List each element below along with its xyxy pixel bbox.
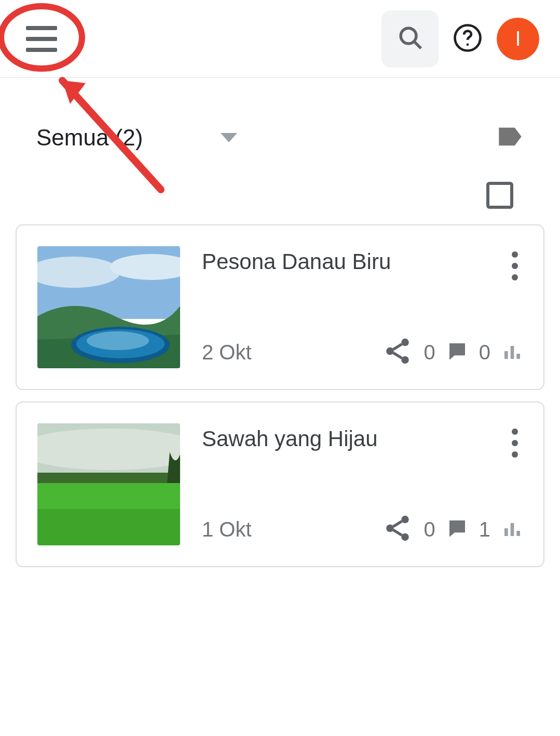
svg-point-22 bbox=[386, 525, 394, 532]
post-body: Sawah yang Hijau 1 Okt 0 1 bbox=[202, 423, 523, 545]
view-count: 1 bbox=[479, 518, 490, 541]
comment-count: 0 bbox=[424, 518, 435, 541]
filter-label: Semua (2) bbox=[36, 125, 143, 151]
comment-icon bbox=[447, 518, 468, 541]
stats-icon bbox=[502, 341, 523, 364]
post-thumbnail bbox=[37, 423, 180, 545]
svg-rect-25 bbox=[511, 523, 514, 536]
svg-line-1 bbox=[414, 42, 421, 49]
svg-rect-13 bbox=[504, 351, 508, 359]
app-header: I bbox=[0, 0, 560, 78]
select-all-row bbox=[0, 151, 560, 224]
post-date: 2 Okt bbox=[202, 341, 290, 364]
share-icon[interactable] bbox=[383, 336, 413, 368]
select-all-checkbox[interactable] bbox=[486, 182, 513, 209]
svg-rect-24 bbox=[504, 528, 508, 536]
svg-rect-14 bbox=[511, 346, 514, 359]
post-more-button[interactable] bbox=[507, 426, 523, 458]
post-meta: 2 Okt 0 0 bbox=[202, 336, 523, 368]
svg-point-9 bbox=[87, 331, 149, 350]
tag-icon[interactable] bbox=[497, 141, 524, 150]
post-card[interactable]: Sawah yang Hijau 1 Okt 0 1 bbox=[16, 402, 544, 567]
stats-icon bbox=[502, 518, 523, 541]
svg-point-0 bbox=[401, 28, 416, 44]
post-card[interactable]: Pesona Danau Biru 2 Okt 0 0 bbox=[16, 224, 544, 390]
post-body: Pesona Danau Biru 2 Okt 0 0 bbox=[202, 246, 523, 368]
svg-point-17 bbox=[37, 429, 180, 470]
svg-rect-26 bbox=[516, 531, 520, 536]
svg-point-21 bbox=[401, 516, 409, 524]
post-date: 1 Okt bbox=[202, 518, 290, 541]
svg-point-10 bbox=[401, 339, 409, 346]
svg-point-23 bbox=[401, 533, 409, 541]
search-icon bbox=[396, 23, 425, 54]
filter-actions bbox=[497, 125, 524, 150]
svg-point-11 bbox=[386, 347, 394, 355]
post-more-button[interactable] bbox=[507, 249, 523, 280]
svg-rect-15 bbox=[516, 354, 520, 359]
avatar-initial: I bbox=[515, 27, 521, 50]
post-title: Pesona Danau Biru bbox=[202, 249, 391, 274]
post-title: Sawah yang Hijau bbox=[202, 426, 378, 451]
chevron-down-icon bbox=[221, 133, 237, 142]
filter-bar: Semua (2) bbox=[0, 78, 560, 151]
help-button[interactable] bbox=[453, 24, 482, 53]
help-icon bbox=[453, 23, 482, 55]
comment-count: 0 bbox=[424, 341, 435, 364]
post-meta: 1 Okt 0 1 bbox=[202, 513, 523, 545]
user-avatar[interactable]: I bbox=[497, 18, 539, 60]
header-actions: I bbox=[381, 10, 539, 68]
svg-point-3 bbox=[467, 43, 469, 46]
svg-rect-20 bbox=[37, 483, 180, 509]
filter-dropdown[interactable]: Semua (2) bbox=[36, 125, 237, 151]
view-count: 0 bbox=[479, 341, 490, 364]
post-thumbnail bbox=[37, 246, 180, 368]
hamburger-menu-icon[interactable] bbox=[26, 26, 57, 52]
share-icon[interactable] bbox=[383, 513, 413, 545]
posts-list: Pesona Danau Biru 2 Okt 0 0 bbox=[0, 224, 560, 567]
svg-point-12 bbox=[401, 356, 409, 364]
comment-icon bbox=[447, 341, 468, 364]
search-button[interactable] bbox=[381, 10, 439, 68]
